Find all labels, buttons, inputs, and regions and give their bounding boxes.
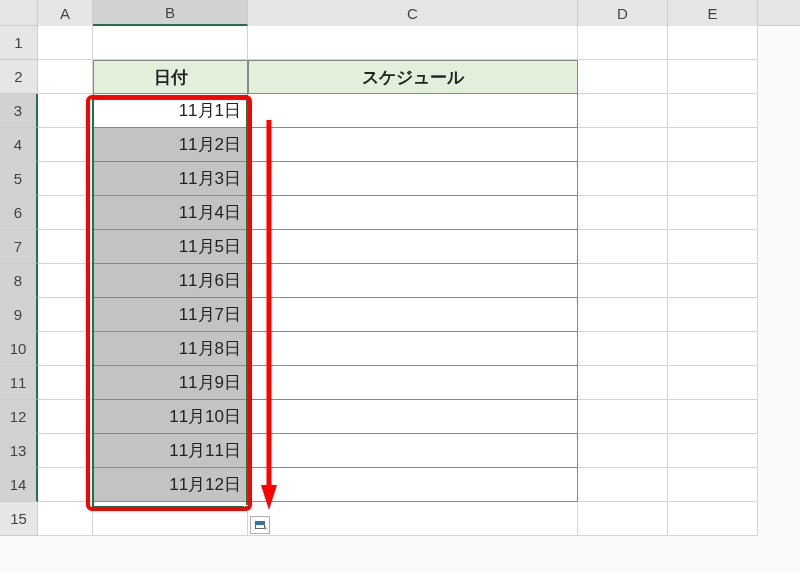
cell-C11[interactable] [248,366,578,400]
cell-D15[interactable] [578,502,668,536]
row-header-4[interactable]: 4 [0,128,38,162]
row-header-8[interactable]: 8 [0,264,38,298]
plus-icon: + [263,524,268,533]
cell-B11[interactable]: 11月9日 [93,366,248,400]
row-header-15[interactable]: 15 [0,502,38,536]
cell-B15[interactable] [93,502,248,536]
cell-A11[interactable] [38,366,93,400]
cell-A5[interactable] [38,162,93,196]
cell-C13[interactable] [248,434,578,468]
row-header-7[interactable]: 7 [0,230,38,264]
cell-A6[interactable] [38,196,93,230]
cell-E12[interactable] [668,400,758,434]
cell-C6[interactable] [248,196,578,230]
cell-E4[interactable] [668,128,758,162]
cell-B5[interactable]: 11月3日 [93,162,248,196]
cell-D13[interactable] [578,434,668,468]
row-header-1[interactable]: 1 [0,26,38,60]
col-header-C[interactable]: C [248,0,578,26]
cell-B7[interactable]: 11月5日 [93,230,248,264]
cell-C3[interactable] [248,94,578,128]
cell-D4[interactable] [578,128,668,162]
cell-C9[interactable] [248,298,578,332]
cell-A4[interactable] [38,128,93,162]
cell-E9[interactable] [668,298,758,332]
cell-B13[interactable]: 11月11日 [93,434,248,468]
fill-handle[interactable] [244,505,250,511]
cell-E15[interactable] [668,502,758,536]
cell-B2-header[interactable]: 日付 [93,60,248,94]
cell-E8[interactable] [668,264,758,298]
col-header-B[interactable]: B [93,0,248,26]
cell-A13[interactable] [38,434,93,468]
cell-D1[interactable] [578,26,668,60]
cell-E11[interactable] [668,366,758,400]
cell-A8[interactable] [38,264,93,298]
cell-B10[interactable]: 11月8日 [93,332,248,366]
cell-D3[interactable] [578,94,668,128]
row-headers: 1 2 3 4 5 6 7 8 9 10 11 12 13 14 15 [0,26,38,536]
cell-D6[interactable] [578,196,668,230]
cell-D11[interactable] [578,366,668,400]
row-header-11[interactable]: 11 [0,366,38,400]
cell-A3[interactable] [38,94,93,128]
cell-A12[interactable] [38,400,93,434]
cell-E7[interactable] [668,230,758,264]
cell-C4[interactable] [248,128,578,162]
cell-E13[interactable] [668,434,758,468]
cell-B9[interactable]: 11月7日 [93,298,248,332]
cell-C12[interactable] [248,400,578,434]
cell-D5[interactable] [578,162,668,196]
cell-D14[interactable] [578,468,668,502]
row-header-5[interactable]: 5 [0,162,38,196]
cell-A15[interactable] [38,502,93,536]
cell-A14[interactable] [38,468,93,502]
cell-B1[interactable] [93,26,248,60]
cell-A9[interactable] [38,298,93,332]
cell-E6[interactable] [668,196,758,230]
cell-B14[interactable]: 11月12日 [93,468,248,502]
cell-E10[interactable] [668,332,758,366]
select-all-corner[interactable] [0,0,38,26]
cell-C14[interactable] [248,468,578,502]
cell-E2[interactable] [668,60,758,94]
row-header-3[interactable]: 3 [0,94,38,128]
cell-E3[interactable] [668,94,758,128]
row-header-10[interactable]: 10 [0,332,38,366]
cell-C1[interactable] [248,26,578,60]
cell-D8[interactable] [578,264,668,298]
col-header-E[interactable]: E [668,0,758,26]
row-header-2[interactable]: 2 [0,60,38,94]
cell-A7[interactable] [38,230,93,264]
cell-C15[interactable] [248,502,578,536]
col-header-D[interactable]: D [578,0,668,26]
cell-E14[interactable] [668,468,758,502]
cell-A10[interactable] [38,332,93,366]
cell-D10[interactable] [578,332,668,366]
cell-D9[interactable] [578,298,668,332]
row-header-13[interactable]: 13 [0,434,38,468]
row-header-9[interactable]: 9 [0,298,38,332]
cell-C8[interactable] [248,264,578,298]
cell-B8[interactable]: 11月6日 [93,264,248,298]
cell-E5[interactable] [668,162,758,196]
cell-C2-header[interactable]: スケジュール [248,60,578,94]
cell-D12[interactable] [578,400,668,434]
col-header-A[interactable]: A [38,0,93,26]
row-header-14[interactable]: 14 [0,468,38,502]
row-header-12[interactable]: 12 [0,400,38,434]
cell-B6[interactable]: 11月4日 [93,196,248,230]
row-header-6[interactable]: 6 [0,196,38,230]
cell-C5[interactable] [248,162,578,196]
cell-B3[interactable]: 11月1日 [93,94,248,128]
cell-D7[interactable] [578,230,668,264]
cell-C10[interactable] [248,332,578,366]
autofill-options-button[interactable]: + [250,516,270,534]
cell-B12[interactable]: 11月10日 [93,400,248,434]
cell-E1[interactable] [668,26,758,60]
cell-A2[interactable] [38,60,93,94]
cell-B4[interactable]: 11月2日 [93,128,248,162]
cell-D2[interactable] [578,60,668,94]
cell-A1[interactable] [38,26,93,60]
cell-C7[interactable] [248,230,578,264]
